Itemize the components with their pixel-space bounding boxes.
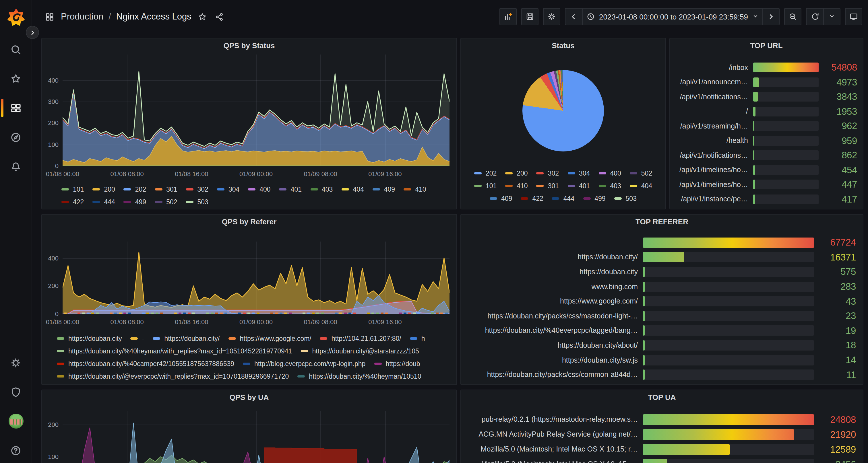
legend-item[interactable]: 401	[279, 186, 302, 193]
legend-swatch	[153, 337, 160, 340]
time-shift-back-button[interactable]	[565, 8, 582, 25]
legend-item[interactable]: h	[410, 335, 425, 342]
grafana-app: Production / Nginx Access Logs	[0, 0, 868, 463]
legend-item[interactable]: 444	[92, 199, 115, 205]
legend-item[interactable]: 403	[310, 186, 333, 193]
legend-item[interactable]: https://douban.city/@everpcpc/with_repli…	[57, 373, 289, 380]
sidebar	[0, 0, 32, 463]
sidebar-item-explore[interactable]	[0, 130, 32, 144]
panel-title[interactable]: Status	[461, 41, 665, 50]
legend-item[interactable]: 404	[341, 186, 364, 193]
bar-gauge-fill	[643, 429, 794, 440]
legend-item[interactable]: https://douban.city/@starstarzzz/105	[301, 348, 419, 355]
sidebar-item-search[interactable]	[0, 42, 32, 56]
refresh-button[interactable]	[806, 8, 823, 25]
status-pie-chart[interactable]	[522, 70, 604, 152]
legend-item[interactable]: 409	[490, 195, 512, 202]
add-panel-button[interactable]	[499, 8, 516, 25]
legend-item[interactable]: http://104.21.61.207:80/	[320, 335, 401, 342]
sidebar-expand-button[interactable]	[26, 26, 39, 39]
timeseries-canvas[interactable]	[63, 411, 450, 463]
legend-item[interactable]: 400	[248, 186, 270, 193]
sidebar-item-settings[interactable]	[0, 356, 32, 369]
legend-item[interactable]: 409	[373, 186, 395, 193]
legend-item[interactable]: https://douban.city/%40camper42/10555187…	[57, 360, 234, 367]
bar-gauge-track	[753, 151, 818, 160]
dashboard-settings-button[interactable]	[543, 8, 560, 25]
bar-gauge-fill	[753, 107, 755, 117]
legend-item[interactable]: 422	[521, 195, 543, 202]
breadcrumb-folder[interactable]: Production	[61, 11, 103, 22]
bar-gauge-label: https://douban.city/sw.js	[468, 356, 638, 364]
sidebar-item-starred[interactable]	[0, 72, 32, 86]
panel-title[interactable]: TOP REFERER	[461, 218, 863, 226]
refresh-interval-button[interactable]	[823, 8, 840, 25]
favorite-star-button[interactable]	[197, 11, 209, 23]
legend-item[interactable]: https://douban.city	[57, 335, 122, 342]
legend-item[interactable]: 499	[583, 195, 606, 202]
time-zoom-out-button[interactable]	[784, 8, 801, 25]
timeseries-canvas[interactable]	[63, 241, 450, 314]
panel-title[interactable]: QPS by UA	[42, 393, 456, 402]
panel-title[interactable]: QPS by Status	[42, 41, 456, 50]
bar-gauge-track	[643, 237, 814, 248]
legend-item[interactable]: 202	[474, 170, 497, 177]
legend-item[interactable]: 444	[552, 195, 575, 202]
legend-label: 503	[626, 195, 637, 202]
kiosk-mode-button[interactable]	[845, 8, 862, 25]
legend-item[interactable]: https://www.google.com/	[228, 335, 311, 342]
save-dashboard-button[interactable]	[521, 8, 538, 25]
legend-item[interactable]: 410	[505, 183, 528, 189]
panel-title[interactable]: TOP URL	[670, 41, 863, 50]
bar-gauge-fill	[643, 282, 645, 292]
legend-item[interactable]: 502	[155, 199, 177, 205]
legend-item[interactable]: 503	[186, 199, 208, 205]
legend-item[interactable]: https://doub	[374, 360, 420, 367]
bar-gauge-value: 417	[824, 194, 857, 205]
legend-item[interactable]: 101	[61, 186, 84, 193]
sidebar-item-help[interactable]	[0, 443, 32, 457]
legend-item[interactable]: 302	[186, 186, 208, 193]
legend-item[interactable]: https://douban.city/%40heyman/with_repli…	[57, 348, 292, 355]
sidebar-item-admin[interactable]	[0, 385, 32, 399]
time-shift-forward-button[interactable]	[763, 8, 780, 25]
legend-item[interactable]: 401	[567, 183, 590, 189]
grafana-logo-icon[interactable]	[6, 8, 26, 28]
legend-item[interactable]: 202	[124, 186, 146, 193]
bar-gauge-row: www.bing.com283	[468, 279, 856, 294]
legend-item[interactable]: 400	[598, 170, 621, 177]
sidebar-item-profile[interactable]	[0, 414, 32, 428]
sidebar-item-alerting[interactable]	[0, 160, 32, 173]
legend-item[interactable]: 422	[61, 199, 84, 205]
panel-title[interactable]: QPS by Referer	[42, 218, 456, 226]
legend-item[interactable]: 200	[92, 186, 115, 193]
legend-swatch	[614, 197, 622, 200]
legend-item[interactable]: 304	[217, 186, 239, 193]
legend-item[interactable]: 403	[598, 183, 621, 189]
legend-item[interactable]: 301	[155, 186, 177, 193]
legend-item[interactable]: -	[131, 335, 144, 342]
legend-item[interactable]: 404	[630, 183, 652, 189]
panel-title[interactable]: TOP UA	[461, 393, 863, 402]
legend-item[interactable]: 499	[124, 199, 146, 205]
share-button[interactable]	[214, 11, 226, 23]
legend-item[interactable]: 304	[567, 170, 590, 177]
legend-swatch	[61, 188, 69, 191]
legend-item[interactable]: https://douban.city/%40heyman/10510	[298, 373, 421, 380]
legend-item[interactable]: http://blog.everpcpc.com/wp-login.php	[243, 360, 365, 367]
time-range-picker[interactable]: 2023-01-08 00:00:00 to 2023-01-09 23:59:…	[582, 8, 763, 25]
y-axis-tick-label: 100	[48, 453, 63, 460]
legend-item[interactable]: 301	[536, 183, 559, 189]
bar-gauge-row: https://douban.city/packs/css/mastodon-l…	[468, 309, 856, 323]
timeseries-canvas[interactable]	[63, 55, 450, 166]
legend-item[interactable]: 502	[630, 170, 652, 177]
sidebar-item-dashboards[interactable]	[0, 101, 32, 115]
bar-gauge-track	[643, 326, 814, 336]
legend-label: 502	[166, 199, 177, 205]
legend-item[interactable]: 503	[614, 195, 637, 202]
legend-item[interactable]: https://douban.city/	[153, 335, 220, 342]
legend-item[interactable]: 302	[536, 170, 559, 177]
legend-item[interactable]: 101	[474, 183, 497, 189]
legend-item[interactable]: 200	[505, 170, 528, 177]
legend-item[interactable]: 410	[404, 186, 426, 193]
